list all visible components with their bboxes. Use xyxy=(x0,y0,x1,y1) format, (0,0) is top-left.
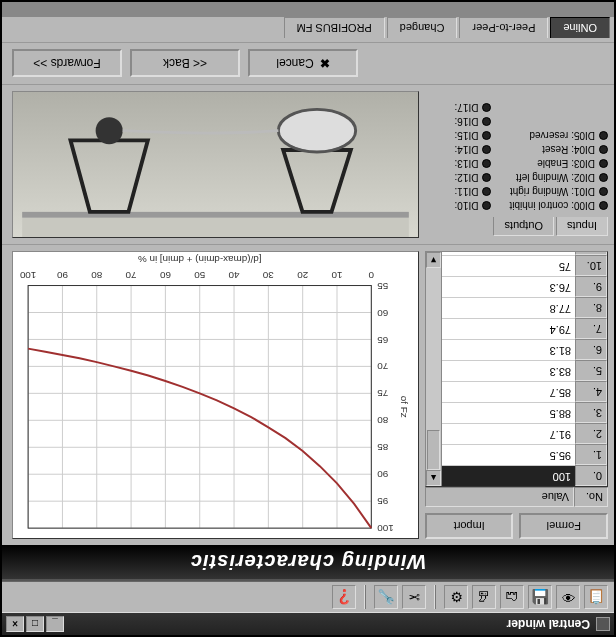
col-no: No. xyxy=(574,487,608,507)
toolbar-btn-0[interactable]: 📋 xyxy=(584,585,608,609)
io-item: DI15: xyxy=(454,130,491,141)
led-icon xyxy=(482,145,491,154)
cell-no: 0. xyxy=(575,465,607,486)
cell-no: 2. xyxy=(575,423,607,444)
forward-button[interactable]: Forwards >> xyxy=(12,50,122,78)
scroll-thumb[interactable] xyxy=(427,430,440,470)
io-item: DI04: Reset xyxy=(509,144,608,155)
svg-text:65: 65 xyxy=(377,334,388,345)
svg-rect-46 xyxy=(22,218,409,237)
tab-changed[interactable]: Changed xyxy=(387,17,458,38)
cell-no: 8. xyxy=(575,297,607,318)
io-item: DI02: Winding left xyxy=(509,172,608,183)
table-row[interactable]: 2.91.7 xyxy=(426,423,607,444)
scroll-up-icon[interactable]: ▲ xyxy=(426,470,441,486)
cell-no: 9. xyxy=(575,276,607,297)
svg-text:10: 10 xyxy=(331,270,342,281)
led-icon xyxy=(599,187,608,196)
toolbar-btn-5[interactable]: ⚙ xyxy=(444,585,468,609)
tab-online[interactable]: ONline xyxy=(550,17,610,38)
svg-text:60: 60 xyxy=(159,270,170,281)
svg-text:70: 70 xyxy=(125,270,136,281)
cell-no: 5. xyxy=(575,360,607,381)
led-icon xyxy=(599,201,608,210)
cell-no: 4. xyxy=(575,381,607,402)
svg-text:70: 70 xyxy=(377,361,388,372)
io-item: DI13: xyxy=(454,158,491,169)
cell-value: 79.4 xyxy=(426,318,575,339)
cell-value: 91.7 xyxy=(426,423,575,444)
toolbar-btn-8[interactable]: ❓ xyxy=(332,585,356,609)
svg-text:90: 90 xyxy=(56,270,67,281)
io-item: DI17: xyxy=(454,102,491,113)
io-item: DI01: Winding right xyxy=(509,186,608,197)
scrollbar[interactable]: ▲ ▼ xyxy=(426,252,442,486)
led-icon xyxy=(599,145,608,154)
toolbar-btn-6[interactable]: ✂ xyxy=(402,585,426,609)
led-icon xyxy=(482,187,491,196)
illustration xyxy=(12,91,419,238)
svg-text:60: 60 xyxy=(377,308,388,319)
table-row[interactable]: 5.83.3 xyxy=(426,360,607,381)
led-icon xyxy=(482,159,491,168)
svg-text:95: 95 xyxy=(377,496,388,507)
svg-text:55: 55 xyxy=(377,281,388,292)
nav-row: ✖ Cancel << Back Forwards >> xyxy=(2,43,614,85)
cell-value: 100 xyxy=(426,465,575,486)
cell-value: 75 xyxy=(426,255,575,276)
table-row[interactable]: 7.79.4 xyxy=(426,318,607,339)
toolbar-btn-1[interactable]: 👁 xyxy=(556,585,580,609)
io-item: DI14: xyxy=(454,144,491,155)
minimize-button[interactable]: _ xyxy=(46,616,64,632)
tab-peer[interactable]: Peer-to-Peer xyxy=(459,17,548,38)
table-row[interactable]: 8.77.8 xyxy=(426,297,607,318)
io-item: DI03: Enable xyxy=(509,158,608,169)
cell-value: 73.8 xyxy=(426,251,575,255)
title-bar: Central winder _ □ × xyxy=(2,613,614,635)
svg-text:100: 100 xyxy=(19,270,36,281)
svg-text:50: 50 xyxy=(194,270,205,281)
table-row[interactable]: 10.75 xyxy=(426,255,607,276)
toolbar-btn-2[interactable]: 💾 xyxy=(528,585,552,609)
formel-button[interactable]: Formel xyxy=(520,513,609,539)
cancel-label: Cancel xyxy=(276,57,313,71)
app-icon xyxy=(596,617,610,631)
svg-text:90: 90 xyxy=(377,469,388,480)
svg-text:80: 80 xyxy=(91,270,102,281)
led-icon xyxy=(599,159,608,168)
back-button[interactable]: << Back xyxy=(130,50,240,78)
window-title: Central winder xyxy=(507,617,590,631)
cell-no: 1. xyxy=(575,444,607,465)
cell-no: 11. xyxy=(575,251,607,255)
import-button[interactable]: Import xyxy=(425,513,514,539)
maximize-button[interactable]: □ xyxy=(26,616,44,632)
cell-value: 95.5 xyxy=(426,444,575,465)
io-item: DI00: control inhibit xyxy=(509,200,608,211)
cancel-button[interactable]: ✖ Cancel xyxy=(248,50,358,78)
cell-no: 7. xyxy=(575,318,607,339)
close-button[interactable]: × xyxy=(6,616,24,632)
table-row[interactable]: 6.81.3 xyxy=(426,339,607,360)
x-icon: ✖ xyxy=(320,57,330,71)
table-row[interactable]: 4.85.7 xyxy=(426,381,607,402)
tab-outputs[interactable]: Outputs xyxy=(494,217,555,236)
toolbar: 📋 👁 💾 🗂 🖨 ⚙ ✂ 🔧 ❓ xyxy=(2,581,614,613)
io-item: DI05: reserved xyxy=(509,130,608,141)
svg-text:80: 80 xyxy=(377,415,388,426)
svg-text:30: 30 xyxy=(262,270,273,281)
toolbar-btn-7[interactable]: 🔧 xyxy=(374,585,398,609)
toolbar-btn-4[interactable]: 🖨 xyxy=(472,585,496,609)
table-row[interactable]: 9.76.3 xyxy=(426,276,607,297)
table-row[interactable]: 0.100 xyxy=(426,465,607,486)
tab-profibus[interactable]: PROFIBUS FM xyxy=(284,17,385,38)
table-row[interactable]: 1.95.5 xyxy=(426,444,607,465)
table-body: 0.1001.95.52.91.73.88.54.85.75.83.36.81.… xyxy=(425,251,608,487)
led-icon xyxy=(482,103,491,112)
cell-value: 88.5 xyxy=(426,402,575,423)
toolbar-btn-3[interactable]: 🗂 xyxy=(500,585,524,609)
table-row[interactable]: 3.88.5 xyxy=(426,402,607,423)
tab-inputs[interactable]: Inputs xyxy=(556,217,608,236)
table-row[interactable]: 11.73.8 xyxy=(426,251,607,255)
svg-rect-47 xyxy=(22,212,409,218)
scroll-down-icon[interactable]: ▼ xyxy=(426,252,441,268)
